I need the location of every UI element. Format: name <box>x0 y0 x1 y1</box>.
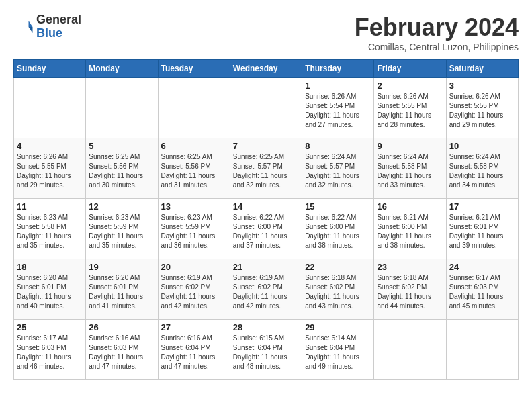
calendar-cell: 10 Sunrise: 6:24 AMSunset: 5:58 PMDaylig… <box>446 138 518 199</box>
page-header: General Blue February 2024 Comillas, Cen… <box>13 13 519 52</box>
logo-line1: General <box>36 13 81 27</box>
day-number: 26 <box>89 322 154 332</box>
day-detail: Sunrise: 6:26 AMSunset: 5:55 PMDaylight:… <box>17 152 83 190</box>
col-header-sunday: Sunday <box>14 60 86 78</box>
calendar-cell <box>446 320 518 380</box>
calendar-cell <box>374 320 446 380</box>
calendar-cell: 28 Sunrise: 6:15 AMSunset: 6:04 PMDaylig… <box>230 320 302 380</box>
day-number: 8 <box>305 141 371 151</box>
calendar-cell: 6 Sunrise: 6:25 AMSunset: 5:56 PMDayligh… <box>158 138 230 199</box>
day-detail: Sunrise: 6:25 AMSunset: 5:56 PMDaylight:… <box>161 152 227 190</box>
day-number: 9 <box>377 141 443 151</box>
calendar-cell: 4 Sunrise: 6:26 AMSunset: 5:55 PMDayligh… <box>14 138 86 199</box>
calendar-cell: 1 Sunrise: 6:26 AMSunset: 5:54 PMDayligh… <box>302 78 374 138</box>
calendar-cell: 21 Sunrise: 6:19 AMSunset: 6:02 PMDaylig… <box>230 259 302 320</box>
location-subtitle: Comillas, Central Luzon, Philippines <box>355 42 519 52</box>
week-row-3: 11 Sunrise: 6:23 AMSunset: 5:58 PMDaylig… <box>14 199 519 259</box>
week-row-5: 25 Sunrise: 6:17 AMSunset: 6:03 PMDaylig… <box>14 320 519 380</box>
day-detail: Sunrise: 6:16 AMSunset: 6:03 PMDaylight:… <box>89 334 154 371</box>
day-detail: Sunrise: 6:14 AMSunset: 6:04 PMDaylight:… <box>305 334 371 371</box>
logo: General Blue <box>13 13 81 40</box>
day-number: 1 <box>305 81 371 91</box>
day-number: 16 <box>377 201 443 212</box>
day-detail: Sunrise: 6:26 AMSunset: 5:55 PMDaylight:… <box>449 92 515 130</box>
calendar-cell: 15 Sunrise: 6:22 AMSunset: 6:00 PMDaylig… <box>302 199 374 259</box>
day-number: 28 <box>233 322 299 332</box>
day-detail: Sunrise: 6:25 AMSunset: 5:57 PMDaylight:… <box>233 152 299 190</box>
day-number: 17 <box>449 201 515 212</box>
calendar-cell: 7 Sunrise: 6:25 AMSunset: 5:57 PMDayligh… <box>230 138 302 199</box>
day-detail: Sunrise: 6:17 AMSunset: 6:03 PMDaylight:… <box>449 273 515 311</box>
day-detail: Sunrise: 6:21 AMSunset: 6:01 PMDaylight:… <box>449 213 515 250</box>
day-number: 12 <box>89 201 154 212</box>
day-number: 15 <box>305 201 371 212</box>
week-row-2: 4 Sunrise: 6:26 AMSunset: 5:55 PMDayligh… <box>14 138 519 199</box>
day-detail: Sunrise: 6:26 AMSunset: 5:55 PMDaylight:… <box>377 92 443 130</box>
day-detail: Sunrise: 6:24 AMSunset: 5:58 PMDaylight:… <box>377 152 443 190</box>
calendar-cell: 29 Sunrise: 6:14 AMSunset: 6:04 PMDaylig… <box>302 320 374 380</box>
svg-marker-0 <box>29 21 33 27</box>
day-detail: Sunrise: 6:20 AMSunset: 6:01 PMDaylight:… <box>89 273 154 311</box>
day-detail: Sunrise: 6:16 AMSunset: 6:04 PMDaylight:… <box>161 334 227 371</box>
day-number: 3 <box>449 81 515 91</box>
day-number: 7 <box>233 141 299 151</box>
day-number: 23 <box>377 262 443 272</box>
day-number: 29 <box>305 322 371 332</box>
calendar-cell: 22 Sunrise: 6:18 AMSunset: 6:02 PMDaylig… <box>302 259 374 320</box>
day-number: 19 <box>89 262 154 272</box>
day-detail: Sunrise: 6:26 AMSunset: 5:54 PMDaylight:… <box>305 92 371 130</box>
calendar-cell: 17 Sunrise: 6:21 AMSunset: 6:01 PMDaylig… <box>446 199 518 259</box>
day-number: 2 <box>377 81 443 91</box>
calendar-table: SundayMondayTuesdayWednesdayThursdayFrid… <box>13 59 519 380</box>
calendar-cell: 2 Sunrise: 6:26 AMSunset: 5:55 PMDayligh… <box>374 78 446 138</box>
calendar-cell: 19 Sunrise: 6:20 AMSunset: 6:01 PMDaylig… <box>86 259 158 320</box>
col-header-monday: Monday <box>86 60 158 78</box>
day-detail: Sunrise: 6:22 AMSunset: 6:00 PMDaylight:… <box>305 213 371 250</box>
day-number: 5 <box>89 141 154 151</box>
day-number: 13 <box>161 201 227 212</box>
calendar-cell: 3 Sunrise: 6:26 AMSunset: 5:55 PMDayligh… <box>446 78 518 138</box>
calendar-cell <box>230 78 302 138</box>
day-detail: Sunrise: 6:23 AMSunset: 5:59 PMDaylight:… <box>89 213 154 250</box>
day-number: 25 <box>17 322 83 332</box>
col-header-tuesday: Tuesday <box>158 60 230 78</box>
day-number: 10 <box>449 141 515 151</box>
week-row-1: 1 Sunrise: 6:26 AMSunset: 5:54 PMDayligh… <box>14 78 519 138</box>
day-detail: Sunrise: 6:24 AMSunset: 5:57 PMDaylight:… <box>305 152 371 190</box>
day-number: 4 <box>17 141 83 151</box>
logo-line2: Blue <box>36 27 81 40</box>
col-header-friday: Friday <box>374 60 446 78</box>
calendar-cell <box>14 78 86 138</box>
day-detail: Sunrise: 6:21 AMSunset: 6:00 PMDaylight:… <box>377 213 443 250</box>
logo-icon <box>13 17 34 37</box>
calendar-cell: 12 Sunrise: 6:23 AMSunset: 5:59 PMDaylig… <box>86 199 158 259</box>
calendar-cell: 16 Sunrise: 6:21 AMSunset: 6:00 PMDaylig… <box>374 199 446 259</box>
calendar-cell: 9 Sunrise: 6:24 AMSunset: 5:58 PMDayligh… <box>374 138 446 199</box>
day-detail: Sunrise: 6:24 AMSunset: 5:58 PMDaylight:… <box>449 152 515 190</box>
day-detail: Sunrise: 6:23 AMSunset: 5:58 PMDaylight:… <box>17 213 83 250</box>
day-detail: Sunrise: 6:15 AMSunset: 6:04 PMDaylight:… <box>233 334 299 371</box>
calendar-cell: 5 Sunrise: 6:25 AMSunset: 5:56 PMDayligh… <box>86 138 158 199</box>
day-detail: Sunrise: 6:25 AMSunset: 5:56 PMDaylight:… <box>89 152 154 190</box>
day-number: 18 <box>17 262 83 272</box>
calendar-cell: 24 Sunrise: 6:17 AMSunset: 6:03 PMDaylig… <box>446 259 518 320</box>
calendar-cell: 8 Sunrise: 6:24 AMSunset: 5:57 PMDayligh… <box>302 138 374 199</box>
day-detail: Sunrise: 6:18 AMSunset: 6:02 PMDaylight:… <box>377 273 443 311</box>
calendar-cell: 27 Sunrise: 6:16 AMSunset: 6:04 PMDaylig… <box>158 320 230 380</box>
day-number: 22 <box>305 262 371 272</box>
title-section: February 2024 Comillas, Central Luzon, P… <box>355 13 519 52</box>
day-detail: Sunrise: 6:19 AMSunset: 6:02 PMDaylight:… <box>161 273 227 311</box>
day-number: 14 <box>233 201 299 212</box>
calendar-cell: 20 Sunrise: 6:19 AMSunset: 6:02 PMDaylig… <box>158 259 230 320</box>
week-row-4: 18 Sunrise: 6:20 AMSunset: 6:01 PMDaylig… <box>14 259 519 320</box>
calendar-cell: 23 Sunrise: 6:18 AMSunset: 6:02 PMDaylig… <box>374 259 446 320</box>
col-header-saturday: Saturday <box>446 60 518 78</box>
month-title: February 2024 <box>355 13 519 42</box>
day-number: 21 <box>233 262 299 272</box>
calendar-cell: 13 Sunrise: 6:23 AMSunset: 5:59 PMDaylig… <box>158 199 230 259</box>
day-detail: Sunrise: 6:23 AMSunset: 5:59 PMDaylight:… <box>161 213 227 250</box>
calendar-cell: 25 Sunrise: 6:17 AMSunset: 6:03 PMDaylig… <box>14 320 86 380</box>
day-number: 6 <box>161 141 227 151</box>
day-detail: Sunrise: 6:19 AMSunset: 6:02 PMDaylight:… <box>233 273 299 311</box>
day-number: 11 <box>17 201 83 212</box>
